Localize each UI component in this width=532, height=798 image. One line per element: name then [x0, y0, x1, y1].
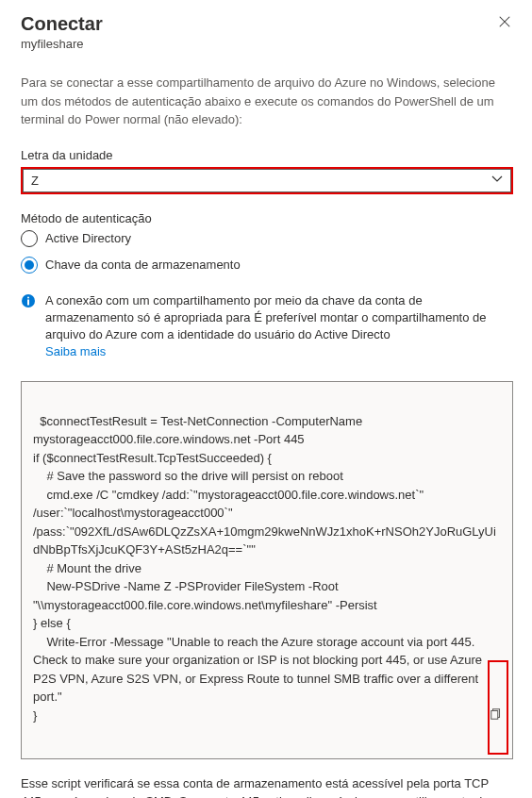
code-content: $connectTestResult = Test-NetConnection …	[33, 414, 496, 723]
info-text: A conexão com um compartilhamento por me…	[45, 293, 487, 341]
radio-storage-key[interactable]: Chave da conta de armazenamento	[21, 257, 513, 274]
panel-subtitle: myfileshare	[21, 37, 513, 51]
auth-method-label: Método de autenticação	[21, 211, 513, 225]
close-button[interactable]	[496, 13, 513, 33]
description-text: Esse script verificará se essa conta de …	[21, 774, 513, 798]
info-icon	[21, 293, 36, 308]
drive-letter-label: Letra da unidade	[21, 148, 513, 162]
radio-active-directory[interactable]: Active Directory	[21, 230, 513, 247]
auth-method-group: Active Directory Chave da conta de armaz…	[21, 230, 513, 274]
drive-letter-value: Z	[31, 174, 39, 188]
powershell-script: $connectTestResult = Test-NetConnection …	[21, 381, 513, 759]
learn-more-link[interactable]: Saiba mais	[45, 344, 106, 358]
copy-icon	[490, 671, 507, 744]
chevron-down-icon	[491, 174, 503, 188]
desc-part1: Esse script verificará se essa conta de …	[21, 776, 504, 798]
drive-letter-select[interactable]: Z	[23, 169, 511, 192]
radio-label: Active Directory	[45, 231, 131, 245]
radio-icon	[21, 257, 38, 274]
close-icon	[498, 15, 511, 31]
copy-button[interactable]	[490, 699, 507, 716]
svg-rect-2	[27, 299, 29, 305]
panel-title: Conectar	[21, 13, 103, 35]
drive-letter-highlight: Z	[21, 167, 513, 194]
svg-rect-4	[491, 710, 498, 719]
copy-highlight	[488, 660, 508, 755]
svg-point-1	[27, 296, 29, 298]
radio-icon	[21, 230, 38, 247]
info-callout: A conexão com um compartilhamento por me…	[21, 292, 513, 361]
intro-text: Para se conectar a esse compartilhamento…	[21, 74, 513, 129]
radio-label: Chave da conta de armazenamento	[45, 258, 241, 272]
